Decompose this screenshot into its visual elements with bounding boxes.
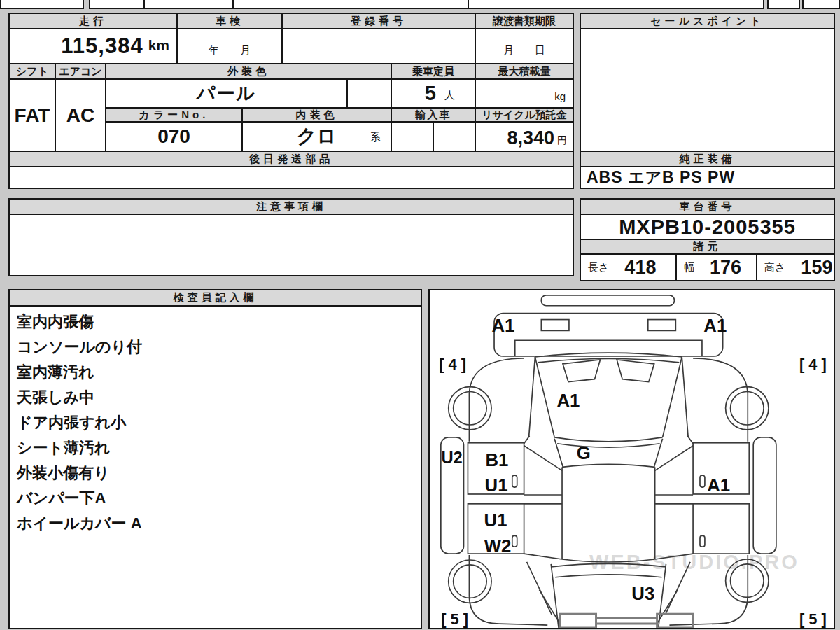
exterior-color-extra-cell — [346, 78, 392, 108]
damage-label: U1 — [485, 475, 508, 495]
specs-header: 諸元 — [580, 239, 835, 255]
inspector-line: 外装小傷有り — [17, 461, 414, 486]
front-grille-line — [515, 340, 702, 356]
front-bumper — [494, 314, 723, 356]
damage-label: A1 — [704, 316, 727, 335]
later-parts-header: 後日発送部品 — [8, 150, 574, 167]
damage-label: U1 — [484, 510, 507, 530]
top-partial-cell — [232, 0, 469, 9]
capacity-value: 5 — [425, 84, 436, 102]
gate-left — [551, 564, 559, 628]
max-load-value-cell: kg — [475, 78, 574, 108]
deadline-header: 譲渡書類期限 — [475, 13, 574, 29]
sales-point-header: セールスポイント — [580, 13, 835, 29]
chassis-header: 車台番号 — [580, 198, 835, 215]
mileage-value: 115,384 — [61, 34, 143, 59]
inspector-box: 室内内張傷 コンソールのり付 室内薄汚れ 天張しみ中 ドア内張すれ小 シート薄汚… — [8, 305, 422, 629]
door-handle — [512, 475, 517, 487]
color-no-header: カラーNo. — [105, 107, 243, 122]
exterior-color-header: 外装色 — [105, 63, 392, 80]
shaken-header: 車検 — [176, 13, 283, 29]
import-value-cell-a — [391, 121, 434, 152]
spec-length-cell: 長さ 418 — [580, 253, 677, 281]
top-partial-cell — [0, 0, 84, 9]
aircon-header: エアコン — [55, 63, 106, 80]
damage-label: U3 — [631, 584, 654, 603]
inspector-line: 天張しみ中 — [17, 385, 414, 410]
registration-header: 登録番号 — [281, 13, 476, 29]
hood-bottom-curve — [554, 438, 662, 442]
wheel-rear-right — [726, 559, 769, 602]
wheel-rear-left — [449, 560, 491, 603]
import-header: 輸入車 — [391, 107, 476, 122]
wiper-left — [563, 360, 600, 382]
spec-length-label: 長さ — [588, 261, 609, 274]
recycle-header: リサイクル預託金 — [475, 107, 574, 122]
recycle-unit: 円 — [557, 134, 567, 147]
tire-label: [ 5 ] — [799, 610, 827, 628]
roof-rear-curve — [562, 559, 655, 562]
spec-height-cell: 高さ 159 — [756, 253, 835, 281]
equipment-value: ABS エアB PS PW — [580, 166, 835, 189]
rocker-right — [753, 438, 776, 554]
mileage-unit: km — [148, 37, 169, 54]
capacity-header: 乗車定員 — [391, 63, 476, 80]
car-diagram-box: WEB-STUDIO.PRO — [428, 289, 835, 629]
exterior-color-value: パール — [105, 78, 348, 108]
interior-color-value-cell: クロ 系 — [241, 121, 392, 152]
inspector-line: 室内内張傷 — [17, 309, 414, 335]
capacity-value-cell: 5 人 — [391, 78, 476, 108]
headlight-right — [648, 320, 676, 331]
shift-value: FAT — [8, 78, 56, 152]
top-partial-cell — [144, 0, 234, 9]
rear-window-curve — [551, 564, 666, 566]
color-no-value: 070 — [105, 121, 243, 152]
mileage-header: 走行 — [8, 13, 178, 29]
inspector-line: ホイールカバー A — [17, 511, 414, 536]
spec-width-value: 176 — [710, 257, 741, 279]
top-partial-cell — [468, 0, 764, 9]
wiper-right — [617, 360, 654, 382]
fender-front-right — [693, 358, 748, 442]
inspector-header: 検査員記入欄 — [8, 289, 422, 307]
inspector-line: コンソールのり付 — [17, 335, 414, 360]
tail-light-left — [560, 614, 596, 628]
spec-height-label: 高さ — [764, 261, 785, 274]
car-diagram: A1 A1 A1 G B1 U1 U1 W2 A1 U3 U2 [ 4 ] [ … — [430, 290, 834, 628]
tail-light-right — [657, 614, 693, 628]
equipment-header: 純正装備 — [580, 150, 835, 167]
spec-height-value: 159 — [801, 257, 832, 279]
interior-color-suffix: 系 — [370, 131, 381, 144]
spec-width-cell: 幅 176 — [676, 253, 757, 281]
spec-width-label: 幅 — [684, 261, 694, 274]
gate-right — [659, 564, 666, 628]
shaken-value-cell: 年 月 — [176, 28, 283, 64]
import-value-cell-b — [433, 121, 476, 152]
spec-length-value: 418 — [624, 257, 656, 279]
chassis-value: MXPB10-2005355 — [580, 214, 835, 240]
door-handle — [512, 536, 517, 547]
auction-sheet: 走行 車検 登録番号 譲渡書類期限 115,384 km 年 月 月 日 シフト… — [0, 0, 840, 630]
top-partial-cell — [89, 0, 145, 9]
inspector-line: シート薄汚れ — [17, 435, 414, 461]
top-partial-cell — [802, 0, 840, 9]
fender-rear-left — [469, 555, 547, 625]
wheel-front-left — [449, 387, 491, 430]
top-partial-cell — [767, 0, 800, 9]
damage-label: A1 — [707, 475, 730, 495]
max-load-header: 最大積載量 — [475, 63, 574, 80]
later-parts-value-cell — [8, 166, 574, 189]
recycle-value-cell: 8,340 円 — [475, 121, 574, 152]
fender-front-left — [469, 358, 524, 442]
interior-color-value: クロ — [297, 123, 337, 150]
interior-color-header: 内装色 — [241, 107, 392, 122]
damage-label: B1 — [486, 450, 509, 470]
deadline-value-cell: 月 日 — [475, 28, 574, 64]
mileage-value-cell: 115,384 km — [8, 28, 178, 64]
damage-label: A1 — [491, 316, 514, 335]
tire-label: [ 5 ] — [441, 610, 468, 628]
door-handle — [700, 536, 705, 547]
damage-label: G — [577, 443, 591, 463]
roof-front-curve — [562, 464, 655, 467]
front-top-bar — [541, 295, 674, 306]
